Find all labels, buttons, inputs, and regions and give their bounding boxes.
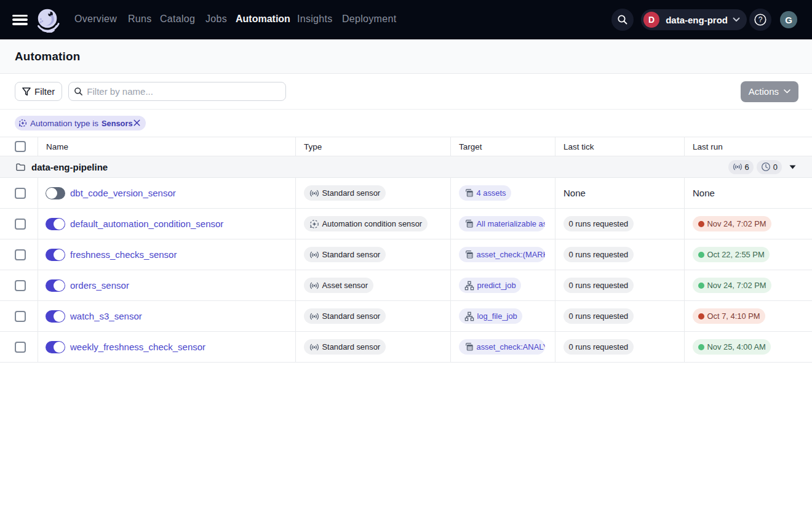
svg-text:?: ? [758,15,763,24]
